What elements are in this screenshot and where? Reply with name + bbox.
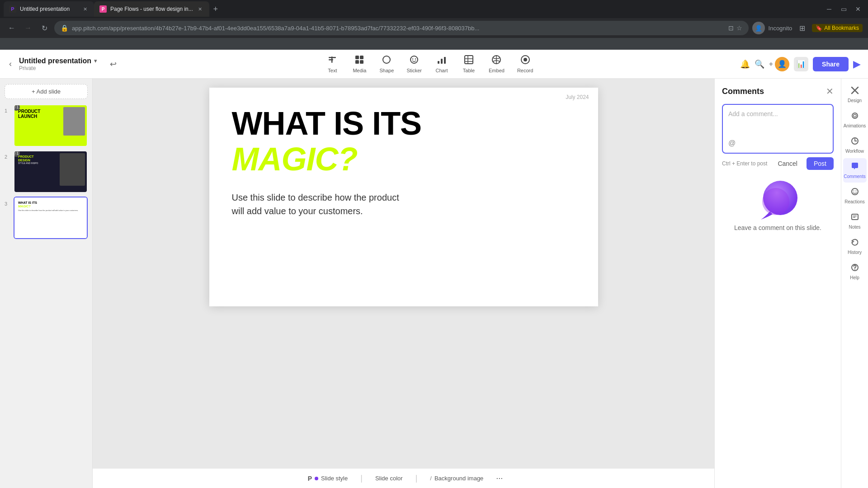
url-action-icons: ⊡ ☆ (728, 24, 742, 32)
side-icon-animations[interactable]: Animations (843, 108, 867, 132)
cancel-btn[interactable]: Cancel (772, 157, 803, 170)
canvas-wrapper: July 2024 WHAT IS ITS MAGIC? Use this sl… (93, 79, 714, 488)
close-comments-btn[interactable]: ✕ (826, 86, 834, 97)
presentation-title: Untitled presentation (19, 57, 91, 65)
cast-icon[interactable]: ⊡ (728, 24, 734, 32)
bg-image-btn[interactable]: / Background image (426, 473, 487, 483)
toolbar-text-label: Text (328, 68, 337, 73)
toolbar-chart[interactable]: Chart (429, 52, 454, 76)
comments-header: Comments ✕ (722, 86, 834, 97)
svg-point-31 (855, 191, 856, 192)
browser-chrome: P Untitled presentation ✕ P Page Flows -… (0, 0, 868, 50)
play-btn[interactable]: ▶ (853, 58, 861, 70)
tab-close-pf[interactable]: ✕ (197, 5, 204, 13)
private-label: Private (19, 65, 97, 71)
side-icon-notes[interactable]: Notes (843, 209, 867, 233)
ctrl-hint: Ctrl + Enter to post (722, 160, 769, 167)
stats-btn[interactable]: 📊 (794, 57, 808, 71)
close-window-btn[interactable]: ✕ (852, 3, 864, 15)
slide-color-btn[interactable]: Slide color (372, 473, 406, 483)
url-text: app.pitch.com/app/presentation/4b74b27e-… (72, 25, 725, 32)
svg-rect-6 (360, 60, 363, 64)
slide-color-label: Slide color (375, 475, 403, 482)
new-tab-btn[interactable]: + (209, 3, 222, 15)
workflow-icon (850, 136, 859, 148)
slide-number-3: 3 (5, 197, 11, 206)
history-icon (850, 238, 859, 249)
bottom-sep-2: | (415, 474, 418, 483)
side-icon-comments[interactable]: Comments (843, 158, 867, 183)
share-btn[interactable]: Share (813, 57, 849, 71)
back-to-home-btn[interactable]: ‹ (7, 57, 14, 70)
back-nav-btn[interactable]: ← (5, 22, 18, 34)
notes-icon (850, 212, 859, 224)
maximize-btn[interactable]: ▭ (837, 3, 850, 15)
tab-pitch[interactable]: P Untitled presentation ✕ (4, 1, 94, 17)
slide-style-btn[interactable]: P Slide style (304, 473, 352, 484)
title-bar: P Untitled presentation ✕ P Page Flows -… (0, 0, 868, 18)
extensions-btn[interactable]: ⊞ (796, 22, 808, 34)
bookmark-icon: 🔖 (816, 25, 822, 31)
side-icon-workflow[interactable]: Workflow (843, 133, 867, 157)
tab-pageflows[interactable]: P Page Flows - user flow design in... ✕ (94, 1, 209, 17)
more-options-btn[interactable]: ··· (496, 474, 503, 483)
table-icon (464, 55, 474, 67)
reactions-icon (850, 187, 859, 198)
post-btn[interactable]: Post (807, 157, 834, 170)
slide3-title: WHAT IS ITS (18, 201, 83, 205)
tab-favicon-pitch: P (9, 5, 16, 13)
comment-textarea[interactable] (728, 110, 827, 137)
toolbar-sticker[interactable]: Sticker (401, 52, 427, 76)
toolbar-record[interactable]: Record (512, 52, 538, 76)
presentation-info: Untitled presentation ▾ Private (19, 57, 97, 71)
side-icon-reactions[interactable]: Reactions (843, 183, 867, 208)
url-bar[interactable]: 🔒 app.pitch.com/app/presentation/4b74b27… (54, 21, 749, 35)
toolbar-text[interactable]: Text (320, 52, 345, 76)
pencil-icon: / (430, 475, 432, 482)
bookmarks-btn[interactable]: 🔖 All Bookmarks (812, 24, 863, 32)
toolbar-shape-label: Shape (379, 68, 394, 73)
add-slide-btn[interactable]: + Add slide (5, 84, 88, 99)
svg-rect-2 (331, 56, 333, 63)
side-icon-design[interactable]: Design (843, 82, 867, 107)
tab-close-pitch[interactable]: ✕ (81, 5, 89, 13)
undo-btn[interactable]: ↩ (108, 57, 118, 71)
slide-item-1[interactable]: 1 ○1 PRODUCTLAUNCH (5, 104, 88, 147)
slide-thumb-3[interactable]: WHAT IS ITS MAGIC? Use this slide to des… (14, 197, 88, 239)
tab-label-pf: Page Flows - user flow design in... (110, 6, 193, 12)
star-icon[interactable]: ☆ (736, 24, 742, 32)
bell-icon[interactable]: 🔔 (740, 59, 750, 69)
slide-item-2[interactable]: 2 ○1 PRODUCTDESIGN STYLE AND INSPO (5, 150, 88, 193)
svg-point-29 (852, 188, 858, 195)
address-bar: ← → ↻ 🔒 app.pitch.com/app/presentation/4… (0, 18, 868, 38)
toolbar-media[interactable]: Media (347, 52, 372, 76)
bookmarks-label: All Bookmarks (824, 25, 859, 31)
reload-btn[interactable]: ↻ (38, 22, 51, 34)
search-icon[interactable]: 🔍 (755, 59, 764, 69)
slide-thumb-1[interactable]: ○1 PRODUCTLAUNCH (14, 104, 88, 147)
style-prefix: P (308, 475, 312, 482)
chart-icon (437, 55, 447, 67)
user-avatar[interactable]: 👤 (775, 57, 789, 71)
comments-title: Comments (722, 87, 764, 96)
svg-rect-14 (465, 56, 473, 64)
toolbar-embed-label: Embed (489, 68, 505, 73)
dropdown-icon[interactable]: ▾ (94, 57, 97, 64)
text-icon (327, 55, 337, 67)
at-mention-btn[interactable]: @ (728, 139, 736, 147)
slide-thumb-2[interactable]: ○1 PRODUCTDESIGN STYLE AND INSPO (14, 150, 88, 193)
svg-point-10 (415, 58, 416, 59)
svg-point-7 (383, 56, 390, 63)
slide-item-3[interactable]: 3 WHAT IS ITS MAGIC? Use this slide to d… (5, 197, 88, 239)
forward-nav-btn[interactable]: → (22, 22, 34, 34)
toolbar-table[interactable]: Table (456, 52, 481, 76)
side-icon-history[interactable]: History (843, 234, 867, 258)
slide3-magic: MAGIC? (18, 205, 83, 208)
workflow-label: Workflow (845, 149, 864, 154)
minimize-btn[interactable]: ─ (823, 3, 835, 15)
toolbar-embed[interactable]: Embed (483, 52, 510, 76)
slide-canvas[interactable]: July 2024 WHAT IS ITS MAGIC? Use this sl… (209, 88, 598, 306)
toolbar-shape[interactable]: Shape (374, 52, 399, 76)
plus-icon: + (769, 60, 773, 68)
side-icon-help[interactable]: Help (843, 259, 867, 284)
